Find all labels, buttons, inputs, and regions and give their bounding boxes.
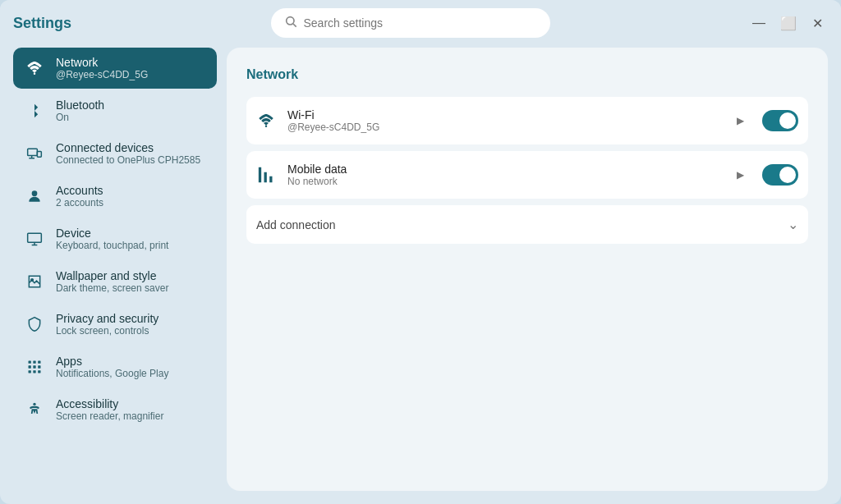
svg-rect-14 — [38, 361, 40, 364]
svg-rect-17 — [38, 365, 40, 368]
settings-window: Settings — ⬜ ✕ — [0, 0, 841, 504]
mobile-data-row[interactable]: Mobile data No network ▶ — [246, 151, 808, 199]
svg-point-0 — [286, 17, 293, 25]
sidebar-sublabel-accessibility: Screen reader, magnifier — [56, 410, 163, 422]
svg-rect-4 — [37, 152, 41, 158]
sidebar: Network @Reyee-sC4DD_5G Bluetooth On — [13, 48, 217, 491]
sidebar-sublabel-network: @Reyee-sC4DD_5G — [56, 69, 148, 80]
app-title: Settings — [13, 15, 71, 32]
svg-point-2 — [34, 72, 36, 75]
svg-rect-12 — [29, 361, 31, 364]
sidebar-item-device[interactable]: Device Keyboard, touchpad, print — [13, 218, 217, 259]
search-icon — [284, 15, 297, 31]
sidebar-item-privacy[interactable]: Privacy and security Lock screen, contro… — [13, 304, 217, 345]
sidebar-item-bluetooth[interactable]: Bluetooth On — [13, 90, 217, 131]
sidebar-text-connected-devices: Connected devices Connected to OnePlus C… — [56, 141, 200, 166]
sidebar-label-device: Device — [56, 227, 168, 240]
svg-point-21 — [33, 403, 35, 405]
connected-devices-icon — [25, 144, 44, 163]
sidebar-text-bluetooth: Bluetooth On — [56, 99, 104, 123]
sidebar-label-connected-devices: Connected devices — [56, 141, 200, 154]
sidebar-sublabel-device: Keyboard, touchpad, print — [56, 240, 168, 251]
svg-point-7 — [32, 190, 38, 196]
svg-rect-15 — [29, 365, 31, 368]
accessibility-icon — [25, 400, 44, 419]
mobile-sublabel: No network — [287, 176, 725, 187]
window-controls: — ⬜ ✕ — [749, 13, 828, 33]
wifi-toggle[interactable] — [762, 110, 798, 131]
wifi-text: Wi-Fi @Reyee-sC4DD_5G — [287, 108, 725, 133]
sidebar-item-network[interactable]: Network @Reyee-sC4DD_5G — [13, 48, 217, 89]
mobile-label: Mobile data — [287, 163, 725, 176]
wallpaper-icon — [25, 272, 44, 291]
svg-rect-8 — [28, 233, 42, 242]
wifi-label: Wi-Fi — [287, 108, 725, 121]
svg-rect-20 — [38, 370, 40, 373]
sidebar-sublabel-bluetooth: On — [56, 112, 104, 123]
sidebar-text-accessibility: Accessibility Screen reader, magnifier — [56, 397, 163, 422]
sidebar-sublabel-accounts: 2 accounts — [56, 197, 103, 208]
svg-rect-18 — [29, 370, 31, 373]
svg-rect-3 — [28, 149, 38, 155]
bluetooth-icon — [25, 101, 44, 121]
svg-rect-16 — [33, 365, 35, 368]
svg-rect-13 — [33, 361, 35, 364]
sidebar-item-wallpaper[interactable]: Wallpaper and style Dark theme, screen s… — [13, 261, 217, 302]
sidebar-sublabel-apps: Notifications, Google Play — [56, 368, 168, 379]
wifi-sublabel: @Reyee-sC4DD_5G — [287, 121, 725, 133]
svg-line-1 — [293, 24, 296, 27]
sidebar-sublabel-wallpaper: Dark theme, screen saver — [56, 282, 168, 294]
wifi-network-icon — [256, 111, 276, 131]
apps-icon — [25, 357, 44, 377]
panel-title: Network — [246, 67, 808, 82]
close-button[interactable]: ✕ — [808, 13, 828, 33]
sidebar-text-wallpaper: Wallpaper and style Dark theme, screen s… — [56, 269, 168, 294]
add-connection-label: Add connection — [256, 218, 336, 231]
minimize-button[interactable]: — — [749, 13, 769, 33]
device-icon — [25, 229, 44, 249]
sidebar-label-accounts: Accounts — [56, 184, 103, 197]
maximize-button[interactable]: ⬜ — [779, 13, 798, 33]
titlebar: Settings — ⬜ ✕ — [0, 0, 841, 38]
sidebar-text-apps: Apps Notifications, Google Play — [56, 355, 168, 379]
sidebar-label-privacy: Privacy and security — [56, 312, 159, 325]
sidebar-text-accounts: Accounts 2 accounts — [56, 184, 103, 208]
sidebar-text-device: Device Keyboard, touchpad, print — [56, 227, 168, 251]
sidebar-text-network: Network @Reyee-sC4DD_5G — [56, 56, 148, 80]
sidebar-label-accessibility: Accessibility — [56, 397, 163, 410]
mobile-text: Mobile data No network — [287, 163, 725, 187]
sidebar-sublabel-privacy: Lock screen, controls — [56, 325, 159, 337]
wifi-row[interactable]: Wi-Fi @Reyee-sC4DD_5G ▶ — [246, 97, 808, 144]
svg-rect-19 — [33, 370, 35, 373]
sidebar-item-connected-devices[interactable]: Connected devices Connected to OnePlus C… — [13, 133, 217, 174]
mobile-data-icon — [256, 165, 276, 185]
sidebar-text-privacy: Privacy and security Lock screen, contro… — [56, 312, 159, 337]
add-connection-row[interactable]: Add connection ⌄ — [246, 205, 808, 244]
sidebar-item-accounts[interactable]: Accounts 2 accounts — [13, 176, 217, 217]
sidebar-sublabel-connected-devices: Connected to OnePlus CPH2585 — [56, 154, 200, 166]
sidebar-item-accessibility[interactable]: Accessibility Screen reader, magnifier — [13, 389, 217, 430]
search-bar[interactable] — [271, 8, 550, 38]
sidebar-label-network: Network — [56, 56, 148, 69]
main-content: Network @Reyee-sC4DD_5G Bluetooth On — [0, 38, 841, 504]
wifi-icon — [25, 58, 44, 78]
svg-point-11 — [31, 279, 34, 282]
accounts-icon — [25, 186, 44, 206]
mobile-toggle[interactable] — [762, 164, 798, 186]
sidebar-item-apps[interactable]: Apps Notifications, Google Play — [13, 346, 217, 387]
sidebar-label-wallpaper: Wallpaper and style — [56, 269, 168, 282]
sidebar-label-apps: Apps — [56, 355, 168, 368]
sidebar-label-bluetooth: Bluetooth — [56, 99, 104, 112]
add-connection-chevron-icon: ⌄ — [788, 217, 798, 232]
mobile-chevron-icon: ▶ — [737, 169, 744, 181]
privacy-icon — [25, 314, 44, 334]
svg-point-22 — [265, 125, 268, 127]
search-input[interactable] — [304, 16, 537, 30]
wifi-chevron-icon: ▶ — [737, 115, 744, 126]
content-panel: Network Wi-Fi @Reyee-sC4DD_5G ▶ — [227, 48, 828, 491]
